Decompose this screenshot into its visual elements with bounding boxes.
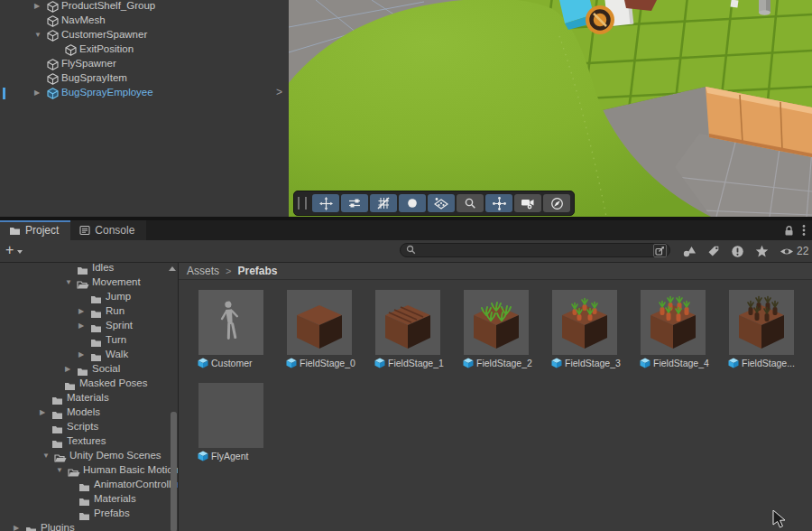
asset-fieldstage-4[interactable]: FieldStage_4 bbox=[641, 290, 727, 368]
tree-folder-turn[interactable]: Turn bbox=[0, 333, 178, 348]
asset-fieldstage-1[interactable]: FieldStage_1 bbox=[375, 290, 462, 368]
magnifier-icon bbox=[464, 197, 476, 210]
breadcrumb-assets[interactable]: Assets bbox=[187, 265, 219, 277]
hierarchy-item-productshelf-group[interactable]: ▶ProductShelf_Group bbox=[0, 0, 289, 14]
tree-folder-human-basic-motion[interactable]: ▼Human Basic Motion bbox=[0, 463, 178, 478]
asset-customer[interactable]: Customer bbox=[198, 290, 285, 368]
expander-closed-icon[interactable]: ▶ bbox=[34, 88, 40, 98]
filter-by-label-icon[interactable] bbox=[707, 245, 720, 257]
asset-thumbnail[interactable] bbox=[641, 290, 706, 355]
folder-icon bbox=[51, 436, 63, 452]
tree-folder-textures[interactable]: Textures bbox=[0, 434, 178, 449]
asset-flyagent[interactable]: FlyAgent bbox=[198, 383, 285, 461]
tree-folder-label: Prefabs bbox=[94, 508, 130, 518]
kebab-icon[interactable] bbox=[802, 224, 806, 237]
tree-folder-masked-poses[interactable]: Masked Poses bbox=[0, 377, 178, 391]
tree-folder-walk[interactable]: ▶Walk bbox=[0, 348, 178, 362]
terrain-overlay-tool[interactable] bbox=[428, 194, 455, 212]
selection-indicator bbox=[3, 88, 5, 99]
tree-folder-unity-demo-scenes[interactable]: ▼Unity Demo Scenes bbox=[0, 449, 178, 463]
move-tool[interactable] bbox=[312, 194, 339, 212]
expander-open-icon[interactable]: ▼ bbox=[34, 31, 42, 40]
search-input[interactable] bbox=[416, 245, 653, 256]
grid-snap-tool[interactable] bbox=[370, 194, 397, 212]
movedots-icon bbox=[493, 197, 506, 210]
expander-closed-icon[interactable]: ▶ bbox=[78, 307, 84, 316]
expander-closed-icon[interactable]: ▶ bbox=[65, 365, 70, 374]
asset-thumbnail[interactable] bbox=[375, 290, 440, 355]
asset-thumbnail[interactable] bbox=[464, 290, 529, 355]
hierarchy-item-flyspawner[interactable]: FlySpawner bbox=[0, 57, 289, 71]
compass-icon bbox=[550, 197, 564, 210]
scene-canvas[interactable] bbox=[289, 0, 812, 217]
tree-scrollbar[interactable] bbox=[171, 412, 177, 531]
breadcrumb-prefabs[interactable]: Prefabs bbox=[237, 265, 277, 277]
tab-console[interactable]: Console bbox=[70, 220, 146, 240]
tree-folder-models[interactable]: ▶Models bbox=[0, 405, 178, 420]
hierarchy-item-exitposition[interactable]: ExitPosition bbox=[0, 42, 289, 57]
expander-closed-icon[interactable]: ▶ bbox=[14, 524, 19, 531]
search-picker-icon[interactable] bbox=[653, 244, 667, 257]
scene-view[interactable] bbox=[289, 0, 812, 217]
overlay-sliders-tool[interactable] bbox=[341, 194, 368, 212]
expander-open-icon[interactable]: ▼ bbox=[42, 452, 50, 461]
tab-project[interactable]: Project bbox=[0, 220, 70, 240]
filter-by-type-icon[interactable] bbox=[682, 245, 697, 257]
hierarchy-item-customerspawner[interactable]: ▼CustomerSpawner bbox=[0, 28, 289, 42]
asset-label: FlyAgent bbox=[198, 451, 285, 461]
asset-label: FieldStage_1 bbox=[374, 358, 462, 368]
project-window: ProjectConsole + 22 ▶PluginsPrefabsMater… bbox=[0, 217, 812, 531]
hierarchy-item-label: BugSprayItem bbox=[61, 72, 127, 83]
tree-folder-idles[interactable]: Idles bbox=[0, 263, 178, 275]
scrollbar-up-arrow[interactable] bbox=[169, 266, 176, 271]
asset-thumbnail[interactable] bbox=[729, 290, 794, 355]
dot-overlay-tool[interactable] bbox=[399, 194, 426, 212]
lock-icon[interactable] bbox=[784, 225, 794, 237]
expander-closed-icon[interactable]: ▶ bbox=[40, 408, 45, 417]
expander-open-icon[interactable]: ▼ bbox=[65, 278, 72, 287]
asset-label: FieldStage_4 bbox=[640, 358, 727, 368]
prefab-open-chevron-icon[interactable]: > bbox=[276, 86, 282, 98]
toolbar-drag-handle[interactable] bbox=[298, 197, 307, 210]
dot-icon bbox=[406, 197, 419, 210]
search-overlay-tool[interactable] bbox=[457, 194, 484, 212]
camera-overlay-tool[interactable] bbox=[514, 194, 541, 212]
tree-folder-animatorcontrollers[interactable]: AnimatorControllers bbox=[0, 478, 178, 492]
asset-fieldstage-3[interactable]: FieldStage_3 bbox=[552, 290, 639, 368]
asset-thumbnail[interactable] bbox=[552, 290, 617, 355]
expander-closed-icon[interactable]: ▶ bbox=[78, 350, 84, 359]
expander-open-icon[interactable]: ▼ bbox=[56, 466, 63, 475]
asset-fieldstage[interactable]: FieldStage... bbox=[729, 290, 812, 368]
navigation-overlay-tool[interactable] bbox=[543, 194, 570, 212]
asset-thumbnail[interactable] bbox=[198, 290, 263, 355]
tree-folder-social[interactable]: ▶Social bbox=[0, 362, 178, 377]
tree-folder-scripts[interactable]: Scripts bbox=[0, 420, 178, 434]
asset-thumbnail[interactable] bbox=[198, 383, 263, 448]
asset-label: FieldStage_0 bbox=[286, 358, 374, 368]
create-menu-button[interactable]: + bbox=[5, 241, 23, 259]
expander-closed-icon[interactable]: ▶ bbox=[78, 321, 84, 331]
expander-closed-icon[interactable]: ▶ bbox=[34, 2, 40, 11]
alert-icon[interactable] bbox=[731, 245, 744, 258]
asset-fieldstage-0[interactable]: FieldStage_0 bbox=[287, 290, 374, 368]
asset-fieldstage-2[interactable]: FieldStage_2 bbox=[464, 290, 550, 368]
tree-folder-materials[interactable]: Materials bbox=[0, 391, 178, 405]
hidden-object-count[interactable]: 22 bbox=[780, 245, 808, 257]
move-icon bbox=[319, 197, 333, 210]
search-field[interactable] bbox=[400, 243, 670, 257]
hierarchy-item-navmesh[interactable]: NavMesh bbox=[0, 14, 289, 28]
favorites-icon[interactable] bbox=[755, 245, 769, 258]
folder-icon bbox=[64, 378, 76, 395]
anchor-overlay-tool[interactable] bbox=[485, 194, 512, 212]
hierarchy-item-label: CustomerSpawner bbox=[61, 29, 147, 40]
chevron-down-icon bbox=[17, 250, 23, 254]
asset-label: Customer bbox=[198, 358, 285, 368]
hierarchy-item-bugsprayitem[interactable]: BugSprayItem bbox=[0, 71, 289, 86]
folder-open-icon bbox=[54, 451, 67, 467]
tree-folder-run[interactable]: ▶Run bbox=[0, 304, 178, 319]
tree-folder-movement[interactable]: ▼Movement bbox=[0, 275, 178, 290]
hierarchy-item-bugsprayemployee[interactable]: ▶BugSprayEmployee> bbox=[0, 86, 289, 100]
asset-thumbnail[interactable] bbox=[287, 290, 352, 355]
folder-icon bbox=[90, 335, 102, 351]
tree-folder-sprint[interactable]: ▶Sprint bbox=[0, 319, 178, 333]
